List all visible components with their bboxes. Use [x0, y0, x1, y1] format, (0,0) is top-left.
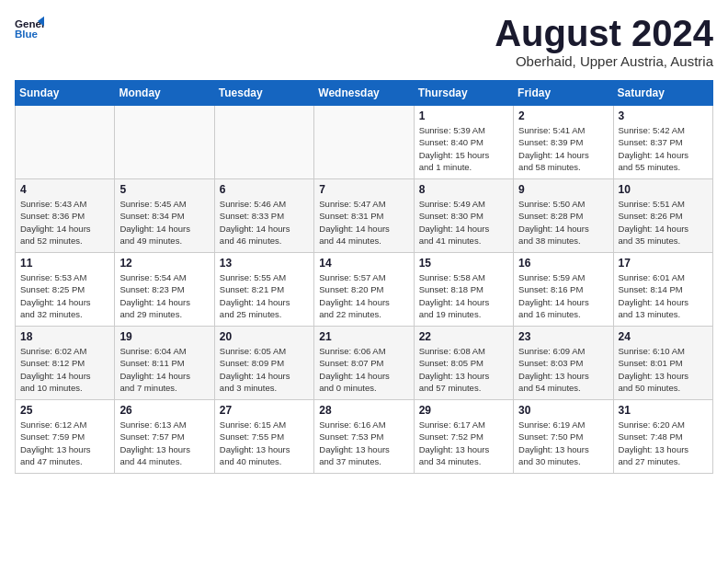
weekday-header-row: SundayMondayTuesdayWednesdayThursdayFrid…: [16, 81, 713, 106]
day-info: Sunrise: 6:12 AM Sunset: 7:59 PM Dayligh…: [20, 419, 109, 467]
day-info: Sunrise: 5:59 AM Sunset: 8:16 PM Dayligh…: [518, 271, 608, 320]
day-number: 22: [419, 330, 508, 343]
day-number: 26: [119, 404, 209, 417]
calendar-week-row: 11Sunrise: 5:53 AM Sunset: 8:25 PM Dayli…: [16, 253, 713, 327]
calendar-cell: 28Sunrise: 6:16 AM Sunset: 7:53 PM Dayli…: [314, 400, 414, 474]
day-number: 29: [419, 404, 508, 417]
day-info: Sunrise: 5:45 AM Sunset: 8:34 PM Dayligh…: [119, 198, 209, 247]
calendar-cell: 20Sunrise: 6:05 AM Sunset: 8:09 PM Dayli…: [214, 327, 313, 400]
day-number: 17: [619, 257, 708, 270]
day-number: 20: [220, 330, 309, 343]
calendar-cell: 14Sunrise: 5:57 AM Sunset: 8:20 PM Dayli…: [314, 253, 414, 327]
calendar-title: August 2024: [495, 15, 713, 52]
day-info: Sunrise: 5:51 AM Sunset: 8:26 PM Dayligh…: [619, 198, 708, 247]
day-info: Sunrise: 6:20 AM Sunset: 7:48 PM Dayligh…: [619, 419, 708, 467]
weekday-header: Tuesday: [214, 81, 313, 106]
day-number: 14: [319, 257, 408, 270]
day-number: 27: [220, 404, 309, 417]
calendar-cell: 17Sunrise: 6:01 AM Sunset: 8:14 PM Dayli…: [613, 253, 712, 327]
day-info: Sunrise: 5:49 AM Sunset: 8:30 PM Dayligh…: [419, 198, 508, 247]
day-info: Sunrise: 5:41 AM Sunset: 8:39 PM Dayligh…: [518, 124, 608, 173]
calendar-cell: 30Sunrise: 6:19 AM Sunset: 7:50 PM Dayli…: [514, 400, 613, 474]
day-info: Sunrise: 6:09 AM Sunset: 8:03 PM Dayligh…: [518, 345, 608, 394]
calendar-cell: 31Sunrise: 6:20 AM Sunset: 7:48 PM Dayli…: [613, 400, 712, 474]
calendar-cell: [115, 106, 214, 179]
day-number: 15: [419, 257, 508, 270]
calendar-cell: 24Sunrise: 6:10 AM Sunset: 8:01 PM Dayli…: [613, 327, 712, 400]
calendar-cell: 23Sunrise: 6:09 AM Sunset: 8:03 PM Dayli…: [514, 327, 613, 400]
day-number: 30: [518, 404, 608, 417]
day-number: 28: [319, 404, 408, 417]
day-number: 4: [20, 183, 109, 196]
logo: General Blue: [15, 15, 44, 44]
day-number: 2: [518, 109, 608, 122]
day-info: Sunrise: 6:16 AM Sunset: 7:53 PM Dayligh…: [319, 419, 408, 467]
day-number: 8: [419, 183, 508, 196]
calendar-cell: 29Sunrise: 6:17 AM Sunset: 7:52 PM Dayli…: [414, 400, 513, 474]
weekday-header: Sunday: [16, 81, 115, 106]
calendar-cell: [16, 106, 115, 179]
day-info: Sunrise: 5:47 AM Sunset: 8:31 PM Dayligh…: [319, 198, 408, 247]
calendar-cell: [314, 106, 414, 179]
calendar-week-row: 1Sunrise: 5:39 AM Sunset: 8:40 PM Daylig…: [16, 106, 713, 179]
day-info: Sunrise: 6:01 AM Sunset: 8:14 PM Dayligh…: [619, 271, 708, 320]
day-number: 10: [619, 183, 708, 196]
calendar-cell: 7Sunrise: 5:47 AM Sunset: 8:31 PM Daylig…: [314, 179, 414, 253]
day-number: 19: [119, 330, 209, 343]
day-number: 12: [119, 257, 209, 270]
day-info: Sunrise: 5:53 AM Sunset: 8:25 PM Dayligh…: [20, 271, 109, 320]
day-number: 3: [619, 109, 708, 122]
day-number: 13: [220, 257, 309, 270]
day-info: Sunrise: 6:08 AM Sunset: 8:05 PM Dayligh…: [419, 345, 508, 394]
day-info: Sunrise: 6:04 AM Sunset: 8:11 PM Dayligh…: [119, 345, 209, 394]
calendar-subtitle: Oberhaid, Upper Austria, Austria: [495, 53, 713, 69]
title-area: August 2024 Oberhaid, Upper Austria, Aus…: [495, 15, 713, 69]
calendar-cell: 18Sunrise: 6:02 AM Sunset: 8:12 PM Dayli…: [16, 327, 115, 400]
calendar-cell: 10Sunrise: 5:51 AM Sunset: 8:26 PM Dayli…: [613, 179, 712, 253]
calendar-cell: 1Sunrise: 5:39 AM Sunset: 8:40 PM Daylig…: [414, 106, 513, 179]
day-number: 7: [319, 183, 408, 196]
calendar-cell: 16Sunrise: 5:59 AM Sunset: 8:16 PM Dayli…: [514, 253, 613, 327]
calendar-cell: 25Sunrise: 6:12 AM Sunset: 7:59 PM Dayli…: [16, 400, 115, 474]
weekday-header: Saturday: [613, 81, 712, 106]
day-info: Sunrise: 5:54 AM Sunset: 8:23 PM Dayligh…: [119, 271, 209, 320]
logo-icon: General Blue: [15, 15, 44, 44]
calendar-cell: 26Sunrise: 6:13 AM Sunset: 7:57 PM Dayli…: [115, 400, 214, 474]
day-number: 23: [518, 330, 608, 343]
calendar-cell: 11Sunrise: 5:53 AM Sunset: 8:25 PM Dayli…: [16, 253, 115, 327]
day-info: Sunrise: 6:05 AM Sunset: 8:09 PM Dayligh…: [220, 345, 309, 394]
calendar-cell: 9Sunrise: 5:50 AM Sunset: 8:28 PM Daylig…: [514, 179, 613, 253]
calendar-cell: 19Sunrise: 6:04 AM Sunset: 8:11 PM Dayli…: [115, 327, 214, 400]
day-number: 6: [220, 183, 309, 196]
day-number: 25: [20, 404, 109, 417]
calendar-table: SundayMondayTuesdayWednesdayThursdayFrid…: [15, 80, 713, 474]
weekday-header: Thursday: [414, 81, 513, 106]
day-info: Sunrise: 5:50 AM Sunset: 8:28 PM Dayligh…: [518, 198, 608, 247]
day-info: Sunrise: 5:58 AM Sunset: 8:18 PM Dayligh…: [419, 271, 508, 320]
weekday-header: Friday: [514, 81, 613, 106]
day-number: 11: [20, 257, 109, 270]
day-number: 21: [319, 330, 408, 343]
calendar-cell: 27Sunrise: 6:15 AM Sunset: 7:55 PM Dayli…: [214, 400, 313, 474]
calendar-cell: 21Sunrise: 6:06 AM Sunset: 8:07 PM Dayli…: [314, 327, 414, 400]
day-number: 5: [119, 183, 209, 196]
day-info: Sunrise: 6:02 AM Sunset: 8:12 PM Dayligh…: [20, 345, 109, 394]
calendar-cell: 15Sunrise: 5:58 AM Sunset: 8:18 PM Dayli…: [414, 253, 513, 327]
day-number: 24: [619, 330, 708, 343]
calendar-week-row: 4Sunrise: 5:43 AM Sunset: 8:36 PM Daylig…: [16, 179, 713, 253]
day-info: Sunrise: 6:06 AM Sunset: 8:07 PM Dayligh…: [319, 345, 408, 394]
day-info: Sunrise: 6:17 AM Sunset: 7:52 PM Dayligh…: [419, 419, 508, 467]
day-info: Sunrise: 6:10 AM Sunset: 8:01 PM Dayligh…: [619, 345, 708, 394]
calendar-cell: 5Sunrise: 5:45 AM Sunset: 8:34 PM Daylig…: [115, 179, 214, 253]
header: General Blue August 2024 Oberhaid, Upper…: [15, 15, 713, 69]
calendar-cell: 3Sunrise: 5:42 AM Sunset: 8:37 PM Daylig…: [613, 106, 712, 179]
day-info: Sunrise: 5:42 AM Sunset: 8:37 PM Dayligh…: [619, 124, 708, 173]
day-info: Sunrise: 5:43 AM Sunset: 8:36 PM Dayligh…: [20, 198, 109, 247]
day-info: Sunrise: 5:57 AM Sunset: 8:20 PM Dayligh…: [319, 271, 408, 320]
svg-text:Blue: Blue: [15, 29, 39, 40]
day-info: Sunrise: 6:13 AM Sunset: 7:57 PM Dayligh…: [119, 419, 209, 467]
calendar-cell: [214, 106, 313, 179]
calendar-cell: 4Sunrise: 5:43 AM Sunset: 8:36 PM Daylig…: [16, 179, 115, 253]
day-info: Sunrise: 6:15 AM Sunset: 7:55 PM Dayligh…: [220, 419, 309, 467]
day-number: 9: [518, 183, 608, 196]
